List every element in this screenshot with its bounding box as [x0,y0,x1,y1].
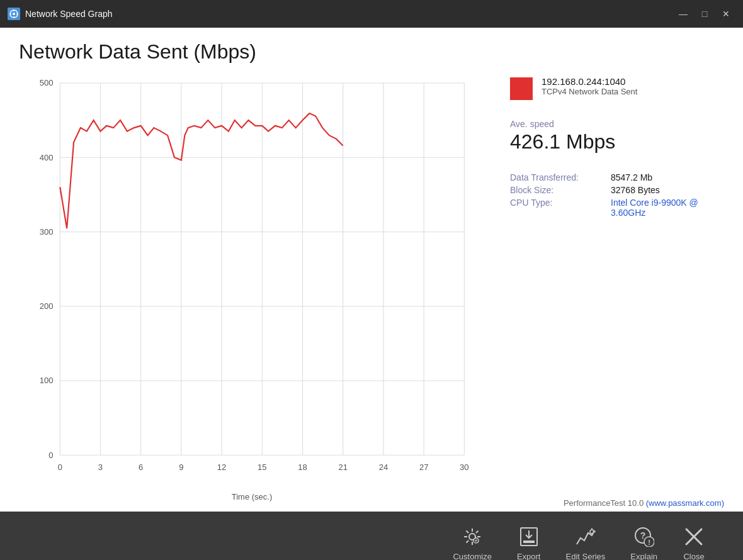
svg-point-1 [13,13,15,15]
svg-text:15: 15 [258,462,267,472]
svg-text:500: 500 [40,78,54,87]
svg-text:300: 300 [40,227,54,237]
explain-button[interactable]: ? ! Explain [630,525,657,561]
svg-line-45 [467,530,469,533]
stat-label-block-size: Block Size: [510,185,611,195]
legend-color-swatch [510,77,533,100]
svg-text:9: 9 [179,462,183,472]
close-label: Close [683,552,704,561]
svg-text:3: 3 [98,462,103,472]
window-close-button[interactable]: ✕ [717,6,735,21]
avg-value: 426.1 Mbps [510,130,724,154]
stat-row-data-transferred: Data Transferred: 8547.2 Mb [510,172,724,182]
app-icon [8,8,20,20]
edit-series-label: Edit Series [565,552,605,561]
edit-series-button[interactable]: Edit Series [565,525,605,561]
titlebar-controls: — □ ✕ [674,6,735,21]
stats-section: Data Transferred: 8547.2 Mb Block Size: … [510,172,724,218]
explain-label: Explain [630,552,657,561]
passmark-text: PerformanceTest 10.0 [564,498,646,508]
stat-value-block-size: 32768 Bytes [611,185,660,195]
titlebar: Network Speed Graph — □ ✕ [0,0,743,28]
svg-text:12: 12 [217,462,227,472]
svg-text:200: 200 [40,301,54,311]
svg-text:24: 24 [379,462,389,472]
stat-value-cpu-type: Intel Core i9-9900K @ 3.60GHz [611,198,724,218]
titlebar-title: Network Speed Graph [25,9,113,19]
close-button[interactable]: Close [683,525,705,561]
edit-series-icon [574,525,597,548]
legend-description: TCPv4 Network Data Sent [542,87,637,96]
svg-line-47 [476,530,479,533]
stat-value-data-transferred: 8547.2 Mb [611,172,652,182]
titlebar-left: Network Speed Graph [8,8,113,20]
svg-text:400: 400 [40,153,54,162]
svg-point-50 [475,539,477,541]
avg-section: Ave. speed 426.1 Mbps [510,119,724,154]
right-panel: 192.168.0.244:1040 TCPv4 Network Data Se… [485,76,724,501]
footer-toolbar: Customize Export Edit Series [0,512,743,560]
stat-row-block-size: Block Size: 32768 Bytes [510,185,724,195]
export-button[interactable]: Export [517,525,541,561]
legend-item: 192.168.0.244:1040 TCPv4 Network Data Se… [510,76,724,100]
svg-text:!: ! [648,539,650,546]
svg-text:18: 18 [298,462,307,472]
chart-container: 500 400 300 200 100 0 0 3 6 9 12 15 18 2… [19,76,485,501]
export-icon [518,525,540,548]
stat-row-cpu-type: CPU Type: Intel Core i9-9900K @ 3.60GHz [510,198,724,218]
export-label: Export [517,552,541,561]
minimize-button[interactable]: — [674,6,693,21]
customize-button[interactable]: Customize [453,525,491,561]
customize-label: Customize [453,552,491,561]
svg-text:6: 6 [139,462,143,472]
x-axis-label: Time (sec.) [19,492,485,501]
chart-area: 500 400 300 200 100 0 0 3 6 9 12 15 18 2… [19,76,724,501]
customize-icon [461,525,484,548]
maximize-button[interactable]: □ [695,6,714,21]
stat-label-data-transferred: Data Transferred: [510,172,611,182]
avg-label: Ave. speed [510,119,724,129]
chart-svg: 500 400 300 200 100 0 0 3 6 9 12 15 18 2… [19,76,485,490]
svg-text:0: 0 [48,451,53,460]
legend-text: 192.168.0.244:1040 TCPv4 Network Data Se… [542,76,637,96]
chart-svg-wrapper: 500 400 300 200 100 0 0 3 6 9 12 15 18 2… [19,76,485,490]
legend-ip: 192.168.0.244:1040 [542,76,637,87]
chart-title: Network Data Sent (Mbps) [19,40,724,64]
close-icon [683,525,705,548]
svg-text:100: 100 [40,376,54,385]
svg-text:0: 0 [58,462,62,472]
svg-rect-52 [523,540,535,543]
main-content: Network Data Sent (Mbps) [0,28,743,497]
svg-line-48 [467,540,469,543]
stat-label-cpu-type: CPU Type: [510,198,611,218]
passmark-link[interactable]: (www.passmark.com) [646,498,724,508]
svg-text:21: 21 [338,462,348,472]
explain-icon: ? ! [633,525,655,548]
svg-text:27: 27 [419,462,429,472]
svg-text:30: 30 [460,462,469,472]
